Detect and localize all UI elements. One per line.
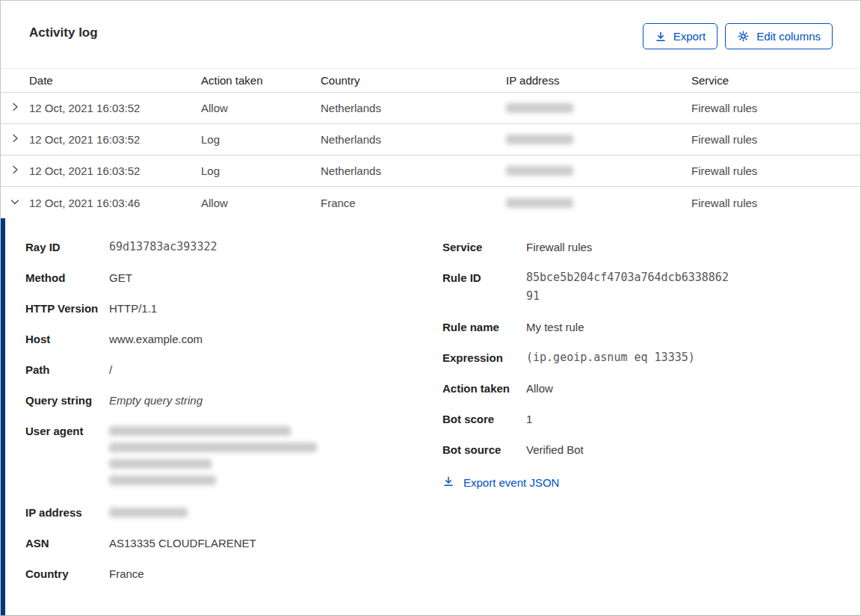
- field-label: HTTP Version: [25, 299, 109, 318]
- detail-field-expression: Expression (ip.geoip.asnum eq 13335): [442, 348, 839, 367]
- activity-log-panel: Activity log Export Edit columns: [0, 0, 861, 616]
- cell-ip-address-redacted: [506, 166, 691, 176]
- field-value: 69d13783ac393322: [109, 238, 217, 256]
- detail-field-country: Country France: [25, 564, 377, 583]
- cell-date: 12 Oct, 2021 16:03:52: [29, 133, 201, 146]
- column-header-date: Date: [29, 74, 201, 87]
- gear-icon: [737, 30, 750, 43]
- field-value: www.example.com: [109, 330, 203, 348]
- download-icon: [442, 475, 454, 490]
- field-value: France: [109, 564, 144, 583]
- detail-field-path: Path /: [25, 360, 377, 379]
- field-label: Host: [25, 330, 109, 348]
- detail-field-service: Service Firewall rules: [442, 238, 839, 256]
- field-label: Action taken: [442, 379, 526, 398]
- edit-columns-button-label: Edit columns: [756, 30, 821, 43]
- field-label: Service: [442, 238, 526, 256]
- field-label: Rule name: [442, 318, 526, 336]
- detail-column-right: Service Firewall rules Rule ID 85bce5b20…: [442, 238, 839, 490]
- collapse-row-button[interactable]: [1, 187, 29, 218]
- field-label: Ray ID: [25, 238, 109, 256]
- expand-row-button[interactable]: [1, 155, 29, 186]
- table-header-row: Date Action taken Country IP address Ser…: [1, 68, 860, 93]
- panel-header: Activity log Export Edit columns: [1, 1, 860, 68]
- detail-field-rule-name: Rule name My test rule: [442, 318, 839, 336]
- detail-field-bot-source: Bot source Verified Bot: [442, 440, 839, 459]
- detail-field-asn: ASN AS13335 CLOUDFLARENET: [25, 534, 377, 552]
- detail-column-left: Ray ID 69d13783ac393322 Method GET HTTP …: [25, 238, 377, 583]
- detail-field-host: Host www.example.com: [25, 330, 377, 348]
- field-value: Empty query string: [109, 391, 203, 410]
- field-label: Path: [25, 360, 109, 379]
- cell-country: France: [321, 197, 506, 209]
- column-header-ip-address: IP address: [506, 74, 691, 87]
- cell-country: Netherlands: [321, 164, 506, 177]
- detail-field-rule-id: Rule ID 85bce5b204cf4703a764dcb633886291: [442, 268, 839, 306]
- field-label: Bot score: [442, 410, 526, 428]
- cell-date: 12 Oct, 2021 16:03:52: [29, 164, 201, 177]
- table-row[interactable]: 12 Oct, 2021 16:03:52 Log Netherlands Fi…: [1, 155, 860, 187]
- table-row-expanded[interactable]: 12 Oct, 2021 16:03:46 Allow France Firew…: [1, 187, 860, 218]
- cell-ip-address-redacted: [506, 103, 691, 113]
- detail-field-action-taken: Action taken Allow: [442, 379, 839, 398]
- field-label: Rule ID: [442, 268, 526, 306]
- field-value: (ip.geoip.asnum eq 13335): [526, 348, 695, 367]
- field-label: Country: [25, 564, 109, 583]
- field-label: Bot source: [442, 440, 526, 459]
- field-value: /: [109, 360, 112, 379]
- field-value: HTTP/1.1: [109, 299, 157, 318]
- cell-action-taken: Allow: [201, 197, 321, 209]
- cell-action-taken: Allow: [201, 102, 321, 114]
- chevron-down-icon: [9, 196, 21, 210]
- detail-field-ip-address: IP address: [25, 503, 377, 522]
- field-value: Verified Bot: [526, 440, 584, 459]
- cell-date: 12 Oct, 2021 16:03:46: [29, 197, 201, 209]
- page-title: Activity log: [29, 25, 98, 40]
- field-label: Query string: [25, 391, 109, 410]
- field-value: AS13335 CLOUDFLARENET: [109, 534, 256, 552]
- export-button[interactable]: Export: [643, 23, 718, 49]
- cell-action-taken: Log: [201, 164, 321, 177]
- field-value: 85bce5b204cf4703a764dcb633886291: [526, 268, 731, 306]
- column-header-action-taken: Action taken: [201, 74, 321, 87]
- field-value: My test rule: [526, 318, 584, 336]
- expand-row-button[interactable]: [1, 93, 29, 123]
- detail-field-user-agent: User agent: [25, 422, 377, 485]
- redacted-value: [109, 503, 188, 522]
- detail-field-ray-id: Ray ID 69d13783ac393322: [25, 238, 377, 256]
- field-value: Allow: [526, 379, 553, 398]
- export-event-json-label: Export event JSON: [463, 476, 559, 489]
- detail-field-http-version: HTTP Version HTTP/1.1: [25, 299, 377, 318]
- detail-field-query-string: Query string Empty query string: [25, 391, 377, 410]
- field-label: IP address: [25, 503, 109, 522]
- export-button-label: Export: [673, 30, 706, 43]
- field-value: GET: [109, 268, 132, 287]
- cell-action-taken: Log: [201, 133, 321, 146]
- event-detail-panel: Ray ID 69d13783ac393322 Method GET HTTP …: [1, 218, 860, 615]
- table-row[interactable]: 12 Oct, 2021 16:03:52 Log Netherlands Fi…: [1, 124, 860, 155]
- export-event-json-link[interactable]: Export event JSON: [442, 475, 559, 490]
- column-header-country: Country: [321, 74, 506, 87]
- field-value: Firewall rules: [526, 238, 592, 256]
- cell-country: Netherlands: [321, 133, 506, 146]
- table-row[interactable]: 12 Oct, 2021 16:03:52 Allow Netherlands …: [1, 93, 860, 124]
- cell-ip-address-redacted: [506, 198, 691, 208]
- field-label: Expression: [442, 348, 526, 367]
- field-label: User agent: [25, 422, 109, 485]
- edit-columns-button[interactable]: Edit columns: [725, 23, 833, 49]
- cell-date: 12 Oct, 2021 16:03:52: [29, 102, 201, 114]
- cell-ip-address-redacted: [506, 135, 691, 144]
- chevron-right-icon: [9, 101, 21, 115]
- cell-service: Firewall rules: [691, 197, 860, 209]
- field-label: ASN: [25, 534, 109, 552]
- chevron-right-icon: [9, 132, 21, 147]
- detail-field-method: Method GET: [25, 268, 377, 287]
- field-value: 1: [526, 410, 532, 428]
- cell-service: Firewall rules: [691, 164, 860, 177]
- cell-service: Firewall rules: [691, 102, 860, 114]
- column-header-service: Service: [691, 74, 860, 87]
- cell-service: Firewall rules: [691, 133, 860, 146]
- header-actions: Export Edit columns: [643, 23, 833, 49]
- chevron-right-icon: [9, 164, 21, 178]
- expand-row-button[interactable]: [1, 124, 29, 155]
